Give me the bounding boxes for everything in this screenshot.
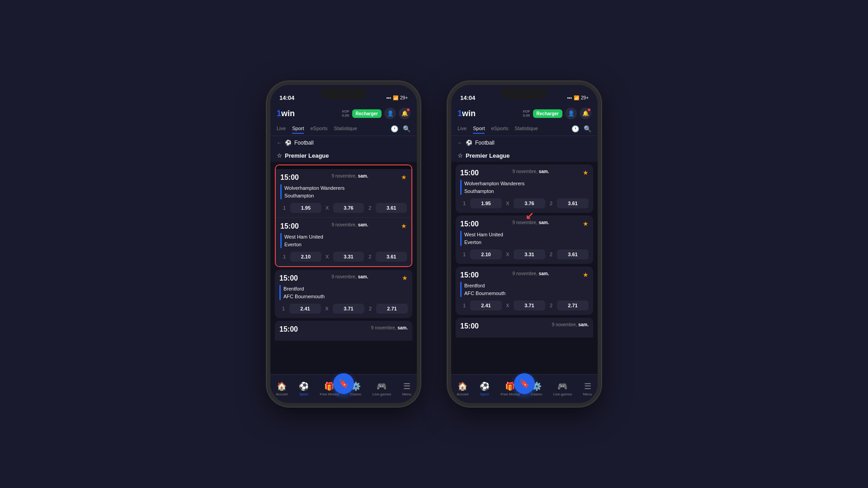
tab-statistique-left[interactable]: Statistique [334, 124, 357, 134]
match-header-left-1: 15:00 9 novembre, sam. ★ [280, 222, 407, 230]
star-section-right[interactable]: ☆ [458, 152, 463, 159]
odd-btn-left-0-x[interactable]: 3.76 [333, 203, 364, 213]
match-card-right-2: 15:00 9 novembre, sam. ★ Brentford AFC B… [456, 267, 593, 315]
nav-livegames-right[interactable]: 🎮 Live-games [553, 381, 572, 396]
match-star-right-0[interactable]: ★ [583, 169, 589, 176]
header-right-right: XOF 0,00 Recharger 👤 🔔 [523, 108, 591, 119]
match-star-left-2[interactable]: ★ [402, 274, 408, 282]
match-star-right-2[interactable]: ★ [583, 271, 589, 278]
football-icon-right: ⚽ [466, 140, 472, 146]
menu-icon-right: ☰ [584, 381, 591, 391]
odd-btn-left-1-1[interactable]: 2.10 [290, 252, 321, 262]
odd-btn-right-0-x[interactable]: 3.76 ↙ [514, 198, 545, 208]
phone-left: 14:04 ▪▪▪ 📶 29+ 1win XOF 0,00 Recharger … [267, 81, 420, 407]
odd-btn-right-0-2[interactable]: 3.61 [557, 198, 589, 208]
match-card-left-2: 15:00 9 novembre, sam. ★ Brentford AFC B… [275, 270, 412, 318]
recharge-btn-right[interactable]: Recharger [533, 109, 562, 118]
logo-right: 1win [458, 109, 476, 118]
match-star-left-1[interactable]: ★ [401, 222, 407, 230]
search-icon-right[interactable]: 🔍 [584, 125, 591, 132]
match-teams-left-1: West Ham United Everton [280, 233, 407, 248]
nav-accueil-right[interactable]: 🏠 Accueil [457, 381, 468, 396]
tab-esports-right[interactable]: eSports [491, 124, 508, 134]
match-date-left-1: 9 novembre, sam. [331, 222, 368, 227]
battery-label-right: 29+ [581, 95, 589, 100]
tab-sport-right[interactable]: Sport [473, 124, 485, 134]
match-star-right-1[interactable]: ★ [583, 220, 589, 227]
bell-icon-left[interactable]: 🔔 [399, 108, 410, 119]
odd-btn-right-1-x[interactable]: 3.31 [514, 249, 545, 259]
menu-icon-left: ☰ [403, 381, 410, 391]
highlighted-group-left: 15:00 9 novembre, sam. ★ Wolverhampton W… [275, 164, 412, 267]
star-section-left[interactable]: ☆ [277, 152, 282, 159]
tab-statistique-right[interactable]: Statistique [514, 124, 538, 134]
match-card-left-0: 15:00 9 novembre, sam. ★ Wolverhampton W… [276, 169, 411, 217]
phone-frame-right: 14:04 ▪▪▪ 📶 29+ 1win XOF 0,00 Recharger … [448, 81, 601, 407]
match-card-right-3: 15:00 9 novembre, sam. [456, 318, 593, 338]
match-header-right-1: 15:00 9 novembre, sam. ★ [460, 220, 589, 228]
nav-icons-left: 🕐 🔍 [391, 124, 410, 134]
xof-badge-left: XOF 0,00 [342, 109, 349, 117]
football-link-right[interactable]: Football [475, 140, 495, 146]
section-header-left: ☆ Premier League [270, 150, 417, 162]
tab-live-left[interactable]: Live [277, 124, 286, 134]
breadcrumb-left: ← ⚽ Football [270, 136, 417, 150]
match-card-right-0: 15:00 9 novembre, sam. ★ Wolverhampton W… [456, 164, 593, 213]
nav-sport-right[interactable]: ⚽ Sport [480, 381, 490, 396]
content-area-left: 15:00 9 novembre, sam. ★ Wolverhampton W… [270, 162, 417, 374]
floating-btn-left[interactable]: 🔖 [333, 373, 354, 394]
match-teams-right-0: Wolverhampton Wanderers Southampton [460, 180, 589, 195]
bell-icon-right[interactable]: 🔔 [580, 108, 591, 119]
match-date-right-0: 9 novembre, sam. [512, 169, 549, 174]
tab-live-right[interactable]: Live [458, 124, 467, 134]
odd-btn-left-2-x[interactable]: 3.71 [333, 304, 364, 314]
odd-btn-right-2-1[interactable]: 2.41 [470, 300, 502, 310]
search-icon-left[interactable]: 🔍 [403, 125, 410, 132]
odd-btn-left-1-x[interactable]: 3.31 [333, 252, 364, 262]
logo-left: 1win [277, 109, 295, 118]
floating-btn-right[interactable]: 🔖 [514, 373, 535, 394]
tab-sport-left[interactable]: Sport [292, 124, 304, 134]
recharge-btn-left[interactable]: Recharger [352, 109, 382, 118]
clock-icon-right[interactable]: 🕐 [571, 125, 579, 132]
odd-btn-left-1-2[interactable]: 3.61 [376, 252, 407, 262]
nav-livegames-left[interactable]: 🎮 Live-games [373, 381, 391, 396]
back-arrow-left[interactable]: ← [277, 140, 282, 146]
tab-esports-left[interactable]: eSports [310, 124, 327, 134]
odds-row-left-2: 1 2.41 X 3.71 2 2.71 [279, 304, 408, 314]
match-card-left-1: 15:00 9 novembre, sam. ★ West Ham United… [276, 217, 411, 266]
odds-row-left-0: 1 1.95 X 3.76 2 3.61 [280, 203, 407, 213]
user-icon-left[interactable]: 👤 [384, 108, 396, 119]
odd-btn-left-2-1[interactable]: 2.41 [289, 304, 321, 314]
section-title-left: Premier League [285, 152, 329, 159]
nav-accueil-left[interactable]: 🏠 Accueil [276, 381, 288, 396]
odd-btn-right-0-1[interactable]: 1.95 [470, 198, 502, 208]
nav-menu-left[interactable]: ☰ Menu [402, 381, 411, 396]
match-time-left-0: 15:00 [280, 174, 299, 182]
football-link-left[interactable]: Football [294, 140, 314, 146]
odd-btn-right-1-2[interactable]: 3.61 [557, 249, 589, 259]
match-teams-left-2: Brentford AFC Bournemouth [279, 285, 408, 300]
livegames-icon-left: 🎮 [377, 381, 387, 391]
phone-notch-right [502, 89, 547, 99]
match-header-left-2: 15:00 9 novembre, sam. ★ [279, 274, 408, 282]
bottom-nav-left: 🔖 🏠 Accueil ⚽ Sport 🎁 Free Money ⚙️ Casi… [270, 374, 417, 403]
match-header-left-3: 15:00 9 novembre, sam. [279, 325, 408, 333]
match-time-left-1: 15:00 [280, 222, 299, 230]
odd-btn-right-2-x[interactable]: 3.71 [514, 300, 545, 310]
match-date-right-1: 9 novembre, sam. [512, 220, 549, 225]
nav-sport-left[interactable]: ⚽ Sport [299, 381, 309, 396]
clock-icon-left[interactable]: 🕐 [391, 125, 398, 132]
odd-btn-left-2-2[interactable]: 2.71 [376, 304, 408, 314]
status-icons-left: ▪▪▪ 📶 29+ [386, 95, 408, 100]
odd-btn-left-0-2[interactable]: 3.61 [376, 203, 407, 213]
nav-menu-right[interactable]: ☰ Menu [583, 381, 592, 396]
back-arrow-right[interactable]: ← [458, 140, 463, 146]
breadcrumb-right: ← ⚽ Football [451, 136, 598, 150]
odd-btn-right-1-1[interactable]: 2.10 [470, 249, 502, 259]
user-icon-right[interactable]: 👤 [565, 108, 577, 119]
odd-btn-right-2-2[interactable]: 2.71 [557, 300, 589, 310]
odd-btn-left-0-1[interactable]: 1.95 [290, 203, 321, 213]
match-star-left-0[interactable]: ★ [401, 174, 407, 181]
header-right-left: XOF 0,00 Recharger 👤 🔔 [342, 108, 410, 119]
